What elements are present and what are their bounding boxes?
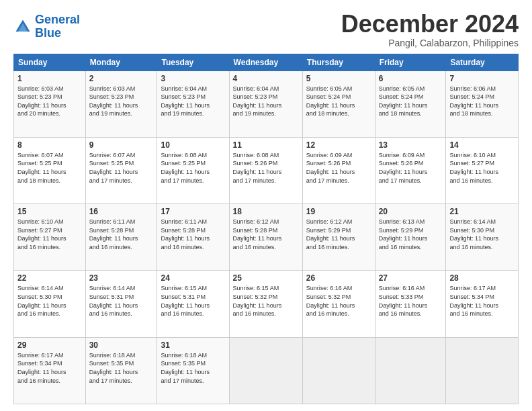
- week-row-1: 1Sunrise: 6:03 AM Sunset: 5:23 PM Daylig…: [14, 71, 519, 137]
- day-number: 13: [379, 140, 443, 150]
- day-info: Sunrise: 6:11 AM Sunset: 5:28 PM Dayligh…: [89, 218, 154, 251]
- day-number: 17: [161, 207, 225, 216]
- calendar-cell: 1Sunrise: 6:03 AM Sunset: 5:23 PM Daylig…: [14, 71, 86, 137]
- day-info: Sunrise: 6:15 AM Sunset: 5:32 PM Dayligh…: [233, 284, 299, 318]
- day-info: Sunrise: 6:09 AM Sunset: 5:26 PM Dayligh…: [379, 151, 443, 185]
- day-number: 23: [89, 273, 154, 283]
- day-info: Sunrise: 6:10 AM Sunset: 5:27 PM Dayligh…: [449, 151, 515, 185]
- calendar-cell: 4Sunrise: 6:04 AM Sunset: 5:23 PM Daylig…: [229, 71, 302, 137]
- calendar-header-row: SundayMondayTuesdayWednesdayThursdayFrid…: [14, 54, 519, 71]
- logo: General Blue: [13, 13, 80, 40]
- calendar-cell: 10Sunrise: 6:08 AM Sunset: 5:25 PM Dayli…: [157, 137, 229, 203]
- day-info: Sunrise: 6:10 AM Sunset: 5:27 PM Dayligh…: [17, 218, 82, 251]
- calendar-cell: 24Sunrise: 6:15 AM Sunset: 5:31 PM Dayli…: [157, 271, 229, 337]
- day-info: Sunrise: 6:05 AM Sunset: 5:24 PM Dayligh…: [306, 85, 371, 118]
- logo-text: General Blue: [35, 13, 80, 40]
- logo-line1: General: [35, 13, 80, 26]
- calendar-cell: 16Sunrise: 6:11 AM Sunset: 5:28 PM Dayli…: [85, 204, 157, 271]
- day-info: Sunrise: 6:07 AM Sunset: 5:25 PM Dayligh…: [17, 151, 82, 185]
- calendar-cell: 13Sunrise: 6:09 AM Sunset: 5:26 PM Dayli…: [375, 137, 446, 203]
- day-number: 7: [449, 74, 515, 83]
- day-number: 10: [161, 140, 225, 150]
- day-info: Sunrise: 6:07 AM Sunset: 5:25 PM Dayligh…: [89, 151, 154, 185]
- day-info: Sunrise: 6:17 AM Sunset: 5:34 PM Dayligh…: [17, 351, 82, 385]
- calendar-cell: 25Sunrise: 6:15 AM Sunset: 5:32 PM Dayli…: [229, 271, 302, 337]
- page: General Blue December 2024 Pangil, Calab…: [0, 0, 532, 411]
- calendar-cell: [302, 337, 375, 404]
- day-info: Sunrise: 6:08 AM Sunset: 5:26 PM Dayligh…: [233, 151, 299, 185]
- day-info: Sunrise: 6:12 AM Sunset: 5:28 PM Dayligh…: [233, 218, 299, 251]
- day-info: Sunrise: 6:18 AM Sunset: 5:35 PM Dayligh…: [161, 351, 225, 385]
- col-header-sunday: Sunday: [14, 54, 86, 71]
- calendar-cell: 28Sunrise: 6:17 AM Sunset: 5:34 PM Dayli…: [446, 271, 519, 337]
- calendar-cell: 27Sunrise: 6:16 AM Sunset: 5:33 PM Dayli…: [375, 271, 446, 337]
- day-number: 9: [89, 140, 154, 150]
- day-info: Sunrise: 6:05 AM Sunset: 5:24 PM Dayligh…: [379, 85, 443, 118]
- day-number: 20: [379, 207, 443, 216]
- day-info: Sunrise: 6:03 AM Sunset: 5:23 PM Dayligh…: [17, 85, 82, 118]
- day-info: Sunrise: 6:04 AM Sunset: 5:23 PM Dayligh…: [233, 85, 299, 118]
- day-number: 11: [233, 140, 299, 150]
- day-number: 21: [449, 207, 515, 216]
- day-number: 4: [233, 74, 299, 83]
- day-info: Sunrise: 6:17 AM Sunset: 5:34 PM Dayligh…: [449, 284, 515, 318]
- day-info: Sunrise: 6:12 AM Sunset: 5:29 PM Dayligh…: [306, 218, 371, 251]
- col-header-tuesday: Tuesday: [157, 54, 229, 71]
- header: General Blue December 2024 Pangil, Calab…: [13, 11, 519, 48]
- calendar-cell: 19Sunrise: 6:12 AM Sunset: 5:29 PM Dayli…: [302, 204, 375, 271]
- day-number: 31: [161, 340, 225, 350]
- day-number: 27: [379, 273, 443, 283]
- day-number: 14: [449, 140, 515, 150]
- day-info: Sunrise: 6:14 AM Sunset: 5:30 PM Dayligh…: [17, 284, 82, 318]
- day-number: 25: [233, 273, 299, 283]
- week-row-4: 22Sunrise: 6:14 AM Sunset: 5:30 PM Dayli…: [14, 271, 519, 337]
- calendar-cell: 7Sunrise: 6:06 AM Sunset: 5:24 PM Daylig…: [446, 71, 519, 137]
- location: Pangil, Calabarzon, Philippines: [341, 38, 519, 48]
- day-number: 19: [306, 207, 371, 216]
- calendar-table: SundayMondayTuesdayWednesdayThursdayFrid…: [13, 54, 519, 404]
- logo-line2: Blue: [35, 26, 61, 40]
- calendar-cell: 29Sunrise: 6:17 AM Sunset: 5:34 PM Dayli…: [14, 337, 86, 404]
- calendar-cell: 30Sunrise: 6:18 AM Sunset: 5:35 PM Dayli…: [85, 337, 157, 404]
- calendar-cell: 8Sunrise: 6:07 AM Sunset: 5:25 PM Daylig…: [14, 137, 86, 203]
- day-number: 3: [161, 74, 225, 83]
- day-number: 30: [89, 340, 154, 350]
- day-number: 22: [17, 273, 82, 283]
- day-number: 24: [161, 273, 225, 283]
- day-number: 15: [17, 207, 82, 216]
- calendar-cell: 5Sunrise: 6:05 AM Sunset: 5:24 PM Daylig…: [302, 71, 375, 137]
- col-header-friday: Friday: [375, 54, 446, 71]
- calendar-cell: 31Sunrise: 6:18 AM Sunset: 5:35 PM Dayli…: [157, 337, 229, 404]
- day-info: Sunrise: 6:18 AM Sunset: 5:35 PM Dayligh…: [89, 351, 154, 385]
- col-header-wednesday: Wednesday: [229, 54, 302, 71]
- day-info: Sunrise: 6:14 AM Sunset: 5:31 PM Dayligh…: [89, 284, 154, 318]
- day-info: Sunrise: 6:16 AM Sunset: 5:33 PM Dayligh…: [379, 284, 443, 318]
- calendar-cell: 23Sunrise: 6:14 AM Sunset: 5:31 PM Dayli…: [85, 271, 157, 337]
- day-info: Sunrise: 6:03 AM Sunset: 5:23 PM Dayligh…: [89, 85, 154, 118]
- calendar-cell: 20Sunrise: 6:13 AM Sunset: 5:29 PM Dayli…: [375, 204, 446, 271]
- calendar-cell: 6Sunrise: 6:05 AM Sunset: 5:24 PM Daylig…: [375, 71, 446, 137]
- col-header-monday: Monday: [85, 54, 157, 71]
- day-info: Sunrise: 6:11 AM Sunset: 5:28 PM Dayligh…: [161, 218, 225, 251]
- day-info: Sunrise: 6:06 AM Sunset: 5:24 PM Dayligh…: [449, 85, 515, 118]
- day-number: 8: [17, 140, 82, 150]
- day-info: Sunrise: 6:14 AM Sunset: 5:30 PM Dayligh…: [449, 218, 515, 251]
- col-header-thursday: Thursday: [302, 54, 375, 71]
- calendar-cell: 26Sunrise: 6:16 AM Sunset: 5:32 PM Dayli…: [302, 271, 375, 337]
- calendar-cell: 17Sunrise: 6:11 AM Sunset: 5:28 PM Dayli…: [157, 204, 229, 271]
- calendar-cell: [229, 337, 302, 404]
- day-info: Sunrise: 6:08 AM Sunset: 5:25 PM Dayligh…: [161, 151, 225, 185]
- day-info: Sunrise: 6:15 AM Sunset: 5:31 PM Dayligh…: [161, 284, 225, 318]
- day-number: 18: [233, 207, 299, 216]
- calendar-cell: 15Sunrise: 6:10 AM Sunset: 5:27 PM Dayli…: [14, 204, 86, 271]
- calendar-cell: 18Sunrise: 6:12 AM Sunset: 5:28 PM Dayli…: [229, 204, 302, 271]
- logo-icon: [13, 17, 32, 36]
- day-info: Sunrise: 6:09 AM Sunset: 5:26 PM Dayligh…: [306, 151, 371, 185]
- day-number: 28: [449, 273, 515, 283]
- calendar-cell: 11Sunrise: 6:08 AM Sunset: 5:26 PM Dayli…: [229, 137, 302, 203]
- calendar-cell: 21Sunrise: 6:14 AM Sunset: 5:30 PM Dayli…: [446, 204, 519, 271]
- day-info: Sunrise: 6:04 AM Sunset: 5:23 PM Dayligh…: [161, 85, 225, 118]
- calendar-cell: 2Sunrise: 6:03 AM Sunset: 5:23 PM Daylig…: [85, 71, 157, 137]
- calendar-cell: 12Sunrise: 6:09 AM Sunset: 5:26 PM Dayli…: [302, 137, 375, 203]
- week-row-2: 8Sunrise: 6:07 AM Sunset: 5:25 PM Daylig…: [14, 137, 519, 203]
